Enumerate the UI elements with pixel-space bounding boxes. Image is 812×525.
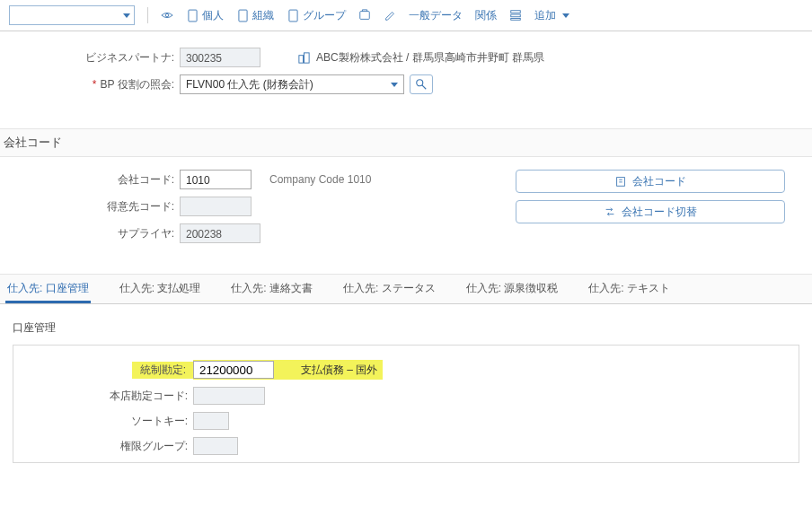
bp-value: 300235 xyxy=(180,48,260,67)
list-icon xyxy=(509,8,522,22)
recon-label: 統制勘定: xyxy=(136,363,190,378)
general-data-button[interactable]: 一般データ xyxy=(409,8,463,23)
tab-payment[interactable]: 仕入先: 支払処理 xyxy=(118,274,203,303)
page-icon xyxy=(287,8,299,22)
svg-rect-5 xyxy=(511,11,521,13)
sort-key-input xyxy=(193,412,229,430)
svg-rect-2 xyxy=(238,10,246,22)
toolbar-dropdown[interactable] xyxy=(9,5,135,25)
edit-icon-button[interactable] xyxy=(384,8,396,22)
supplier-value: 200238 xyxy=(180,223,260,243)
head-office-label: 本店勘定コード: xyxy=(22,389,193,404)
company-code-button-label: 会社コード xyxy=(632,174,686,189)
role-combo[interactable]: FLVN00 仕入先 (財務会計) xyxy=(180,74,404,94)
edit-icon xyxy=(384,8,396,22)
role-label: BP 役割の照会: xyxy=(9,77,180,92)
relation-label: 関係 xyxy=(475,8,497,23)
page-icon xyxy=(236,8,249,22)
tab-account[interactable]: 仕入先: 口座管理 xyxy=(5,274,91,303)
svg-rect-1 xyxy=(188,10,196,22)
customer-code-input xyxy=(180,197,252,216)
account-mgmt-box: 統制勘定: 支払債務 – 国外 本店勘定コード: ソートキー: 権限グループ: xyxy=(13,345,799,463)
auth-group-input xyxy=(193,437,238,455)
head-office-input xyxy=(193,387,265,405)
tab-status[interactable]: 仕入先: ステータス xyxy=(341,274,437,303)
switch-icon xyxy=(604,206,616,218)
main-toolbar: 個人 組織 グループ 一般データ 関係 追加 xyxy=(0,0,812,31)
tab-text[interactable]: 仕入先: テキスト xyxy=(587,274,672,303)
svg-rect-3 xyxy=(288,10,296,22)
group-button[interactable]: グループ xyxy=(287,8,346,23)
eye-icon xyxy=(161,8,173,22)
page-icon xyxy=(186,8,199,22)
detail-area: 口座管理 統制勘定: 支払債務 – 国外 本店勘定コード: ソートキー: 権限グ… xyxy=(0,304,812,479)
org-label: 組織 xyxy=(252,8,274,23)
sort-key-label: ソートキー: xyxy=(22,414,193,429)
general-data-label: 一般データ xyxy=(409,8,463,23)
relation-button[interactable]: 関係 xyxy=(475,8,497,23)
add-button[interactable]: 追加 xyxy=(534,8,569,23)
svg-rect-9 xyxy=(304,52,309,62)
bp-label: ビジネスパートナ: xyxy=(9,50,180,66)
company-code-switch-button[interactable]: 会社コード切替 xyxy=(516,200,785,223)
svg-rect-7 xyxy=(511,19,521,21)
tab-withholding[interactable]: 仕入先: 源泉徴収税 xyxy=(464,274,560,303)
org-button[interactable]: 組織 xyxy=(236,8,274,23)
company-code-label: 会社コード: xyxy=(9,172,180,188)
group-label: グループ xyxy=(303,8,346,23)
recon-desc: 支払債務 – 国外 xyxy=(301,363,377,378)
add-label: 追加 xyxy=(534,8,556,23)
company-code-section-title: 会社コード xyxy=(0,128,812,157)
separator xyxy=(147,7,148,23)
person-label: 個人 xyxy=(202,8,224,23)
search-button[interactable] xyxy=(410,74,433,94)
company-code-desc: Company Code 1010 xyxy=(269,173,371,186)
company-code-section: 会社コード: 1010 Company Code 1010 得意先コード: サプ… xyxy=(0,157,812,274)
company-code-button[interactable]: 会社コード xyxy=(516,170,785,193)
customer-code-label: 得意先コード: xyxy=(9,199,180,214)
supplier-label: サプライヤ: xyxy=(9,226,180,241)
svg-rect-6 xyxy=(511,14,521,17)
svg-point-0 xyxy=(165,13,169,17)
svg-rect-4 xyxy=(360,12,370,20)
tab-bar: 仕入先: 口座管理 仕入先: 支払処理 仕入先: 連絡文書 仕入先: ステータス… xyxy=(0,274,812,304)
open-icon xyxy=(358,8,371,22)
tab-correspondence[interactable]: 仕入先: 連絡文書 xyxy=(229,274,314,303)
list-icon-button[interactable] xyxy=(509,8,522,22)
company-code-switch-label: 会社コード切替 xyxy=(622,205,697,220)
breadcrumb: ABC製粉株式会社 / 群馬県高崎市井野町 群馬県 xyxy=(316,50,544,66)
company-code-input[interactable]: 1010 xyxy=(180,170,252,189)
person-button[interactable]: 個人 xyxy=(186,8,224,23)
header-area: ビジネスパートナ: 300235 ABC製粉株式会社 / 群馬県高崎市井野町 群… xyxy=(0,31,812,128)
role-value: FLVN00 仕入先 (財務会計) xyxy=(186,74,313,94)
svg-point-10 xyxy=(417,80,423,86)
chevron-down-icon xyxy=(123,13,130,18)
eye-icon-button[interactable] xyxy=(161,8,173,22)
search-icon xyxy=(415,78,428,91)
building-icon xyxy=(614,175,627,188)
open-icon-button[interactable] xyxy=(358,8,371,22)
auth-group-label: 権限グループ: xyxy=(22,439,193,454)
chevron-down-icon xyxy=(562,13,569,18)
company-icon xyxy=(296,50,311,65)
account-mgmt-title: 口座管理 xyxy=(13,320,799,336)
svg-rect-8 xyxy=(298,55,303,62)
recon-account-input[interactable] xyxy=(193,361,274,379)
svg-line-11 xyxy=(422,85,426,89)
chevron-down-icon xyxy=(391,83,398,87)
